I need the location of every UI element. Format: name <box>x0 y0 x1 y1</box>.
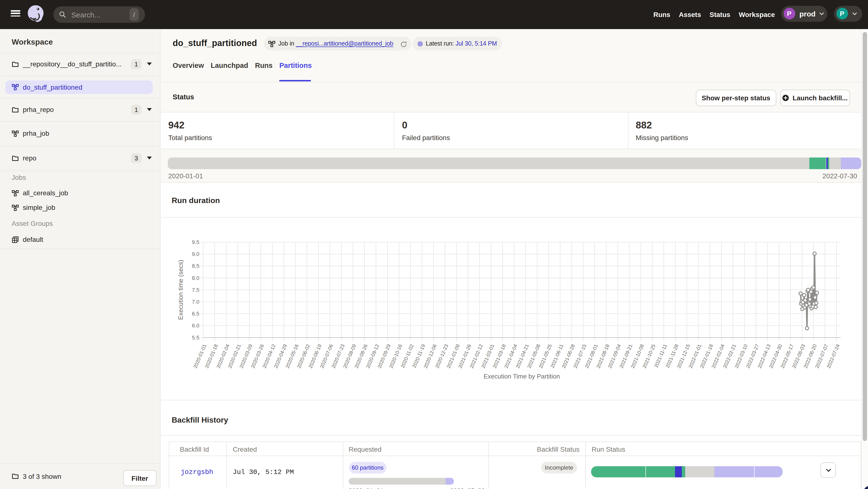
svg-text:Execution Time by Partition: Execution Time by Partition <box>484 372 560 380</box>
svg-text:Execution time (secs): Execution time (secs) <box>177 260 184 320</box>
svg-text:8.5: 8.5 <box>192 263 199 269</box>
svg-text:8.0: 8.0 <box>192 275 199 281</box>
svg-text:7.5: 7.5 <box>192 287 199 293</box>
svg-text:6.0: 6.0 <box>192 322 199 328</box>
svg-text:7.0: 7.0 <box>192 298 199 304</box>
svg-text:9.5: 9.5 <box>192 239 199 245</box>
svg-text:9.0: 9.0 <box>192 251 199 257</box>
svg-text:6.5: 6.5 <box>192 311 199 317</box>
svg-text:5.5: 5.5 <box>192 334 199 340</box>
